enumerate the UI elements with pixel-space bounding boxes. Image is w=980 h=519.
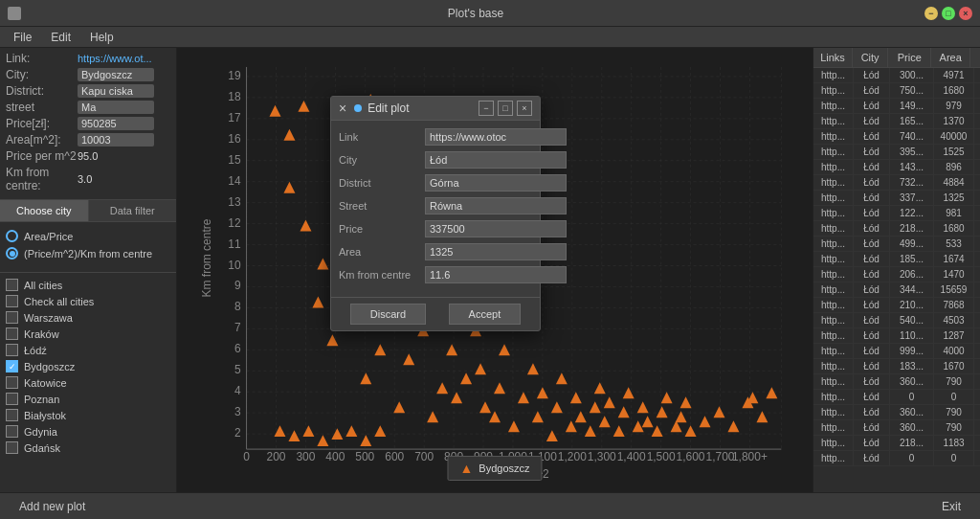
table-row[interactable]: http... Łód 183... 1670: [813, 359, 980, 374]
modal-close-x[interactable]: ×: [339, 101, 346, 116]
cell-price: 210...: [890, 298, 934, 312]
table-row[interactable]: http... Łód 300... 4971: [813, 68, 980, 83]
table-row[interactable]: http... Łód 0 0: [813, 451, 980, 466]
modal-close-button[interactable]: ×: [517, 101, 532, 116]
cb-bialystok[interactable]: [6, 409, 18, 421]
city-poznan[interactable]: Poznan: [6, 393, 170, 405]
modal-area-input[interactable]: [425, 243, 567, 260]
table-row[interactable]: http... Łód 344... 15659: [813, 282, 980, 298]
table-row[interactable]: http... Łód 143... 896: [813, 160, 980, 175]
cb-lodz[interactable]: [6, 344, 18, 356]
table-row[interactable]: http... Łód 732... 4884: [813, 175, 980, 191]
tab-data-filter[interactable]: Data filter: [89, 200, 177, 221]
cb-bydgoszcz[interactable]: [6, 360, 18, 372]
table-row[interactable]: http... Łód 210... 7868: [813, 298, 980, 313]
svg-text:1,600: 1,600: [677, 450, 705, 463]
modal-city-label: City: [339, 154, 425, 166]
city-lodz[interactable]: Łódź: [6, 344, 170, 356]
table-row[interactable]: http... Łód 218... 1680: [813, 221, 980, 237]
cb-all-cities[interactable]: [6, 279, 18, 291]
table-row[interactable]: http... Łód 110... 1287: [813, 328, 980, 344]
city-gdynia[interactable]: Gdynia: [6, 425, 170, 438]
table-row[interactable]: http... Łód 0 0: [813, 390, 980, 405]
city-bialystok[interactable]: Białystok: [6, 409, 170, 421]
plot-area[interactable]: 19 18 17 16 15 14 13 12 11 10 9 8 7 6 5 …: [177, 48, 813, 519]
modal-district-input[interactable]: [425, 174, 567, 192]
svg-text:4: 4: [234, 384, 241, 397]
modal-minimize-button[interactable]: −: [479, 101, 494, 116]
table-row[interactable]: http... Łód 740... 40000: [813, 129, 980, 145]
table-row[interactable]: http... Łód 165... 1370: [813, 114, 980, 129]
table-row[interactable]: http... Łód 499... 533: [813, 237, 980, 252]
table-row[interactable]: http... Łód 999... 4000: [813, 344, 980, 359]
table-row[interactable]: http... Łód 360... 790: [813, 420, 980, 436]
cell-link: http...: [813, 451, 854, 465]
maximize-button[interactable]: □: [942, 7, 955, 20]
city-krakow[interactable]: Kraków: [6, 327, 170, 340]
link-value: https://www.ot...: [78, 53, 152, 64]
cell-area: 0: [934, 390, 974, 404]
street-row: street Ma: [6, 101, 170, 114]
left-panel: Link: https://www.ot... City: Bydgoszcz …: [0, 48, 177, 519]
svg-text:14: 14: [228, 174, 241, 188]
cell-city: Łód: [854, 420, 890, 435]
close-button[interactable]: ×: [959, 7, 972, 20]
cb-katowice[interactable]: [6, 376, 18, 389]
add-new-plot-button[interactable]: Add new plot: [19, 500, 85, 513]
cell-link: http...: [813, 68, 854, 82]
cb-check-all[interactable]: [6, 295, 18, 307]
cb-krakow[interactable]: [6, 327, 18, 340]
city-check-all[interactable]: Check all cities: [6, 295, 170, 307]
modal-link-input[interactable]: [425, 128, 567, 146]
radio-area-price[interactable]: Area/Price: [6, 230, 170, 242]
table-row[interactable]: http... Łód 360... 790: [813, 405, 980, 420]
cell-area: 4884: [934, 175, 974, 190]
cb-poznan[interactable]: [6, 393, 18, 405]
cell-link: http...: [813, 267, 854, 282]
modal-maximize-button[interactable]: □: [498, 101, 513, 116]
table-row[interactable]: http... Łód 218... 1183: [813, 436, 980, 451]
table-row[interactable]: http... Łód 360... 790: [813, 374, 980, 390]
cell-area: 896: [934, 160, 974, 174]
radio-price-km-label: (Price/m^2)/Km from centre: [24, 248, 152, 260]
table-row[interactable]: http... Łód 750... 1680: [813, 83, 980, 99]
accept-button[interactable]: Accept: [449, 304, 522, 325]
plot-legend: ▲ Bydgoszcz: [447, 456, 542, 481]
city-value: Bydgoszcz: [78, 68, 154, 81]
table-row[interactable]: http... Łód 149... 979: [813, 99, 980, 114]
cell-price: 0: [890, 390, 934, 404]
exit-button[interactable]: Exit: [942, 500, 961, 513]
city-gdansk[interactable]: Gdańsk: [6, 441, 170, 454]
svg-text:8: 8: [234, 300, 241, 313]
legend-label: Bydgoszcz: [479, 463, 529, 474]
cb-gdynia[interactable]: [6, 425, 18, 438]
city-warszawa[interactable]: Warszawa: [6, 311, 170, 324]
table-row[interactable]: http... Łód 337... 1325: [813, 191, 980, 206]
table-row[interactable]: http... Łód 206... 1470: [813, 267, 980, 282]
city-bydgoszcz[interactable]: Bydgoszcz: [6, 360, 170, 372]
table-row[interactable]: http... Łód 185... 1674: [813, 252, 980, 267]
city-katowice[interactable]: Katowice: [6, 376, 170, 389]
modal-street-input[interactable]: [425, 197, 567, 214]
cell-link: http...: [813, 221, 854, 236]
city-all-cities[interactable]: All cities: [6, 279, 170, 291]
modal-price-input[interactable]: [425, 220, 567, 237]
tab-choose-city[interactable]: Choose city: [0, 200, 89, 221]
menu-edit[interactable]: Edit: [41, 29, 80, 46]
cell-area: 1670: [934, 359, 974, 373]
modal-city-input[interactable]: [425, 151, 567, 169]
menu-help[interactable]: Help: [80, 29, 123, 46]
discard-button[interactable]: Discard: [350, 304, 426, 325]
table-row[interactable]: http... Łód 395... 1525: [813, 145, 980, 160]
table-row[interactable]: http... Łód 540... 4503: [813, 313, 980, 328]
menu-file[interactable]: File: [4, 29, 41, 46]
table-row[interactable]: http... Łód 122... 981: [813, 206, 980, 221]
cb-warszawa[interactable]: [6, 311, 18, 324]
cb-gdansk[interactable]: [6, 441, 18, 454]
radio-price-km[interactable]: (Price/m^2)/Km from centre: [6, 247, 170, 260]
cell-area: 1680: [934, 83, 974, 98]
modal-km-input[interactable]: [425, 266, 567, 283]
minimize-button[interactable]: −: [924, 7, 938, 20]
city-label: City:: [6, 68, 78, 81]
cell-city: Łód: [854, 252, 890, 266]
